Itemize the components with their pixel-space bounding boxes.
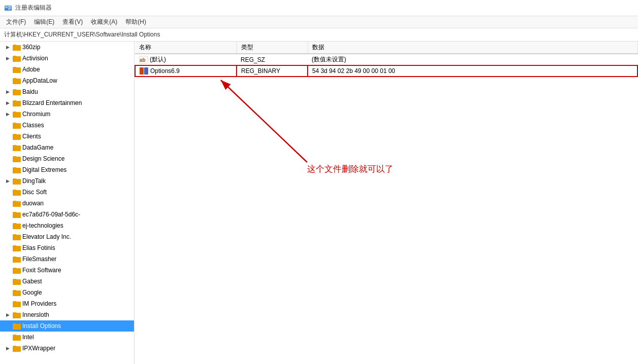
tree-item-installoptions[interactable]: Install Options — [0, 320, 134, 332]
menu-bar: 文件(F) 编辑(E) 查看(V) 收藏夹(A) 帮助(H) — [0, 16, 638, 28]
registry-table: 名称 类型 数据 ab (默认)REG_SZ(数值未设置) Options6.9… — [135, 42, 638, 77]
tree-item-innersloth[interactable]: ▶Innersloth — [0, 309, 134, 320]
tree-item-filesmasher[interactable]: FileSmasher — [0, 253, 134, 265]
tree-label-appdatalow: AppDataLow — [22, 77, 57, 84]
tree-item-ipxwrapper[interactable]: ▶IPXWrapper — [0, 343, 134, 354]
reg-data-default: (数值未设置) — [308, 54, 637, 65]
menu-help[interactable]: 帮助(H) — [121, 17, 150, 27]
col-header-type[interactable]: 类型 — [237, 42, 308, 54]
tree-toggle-activision[interactable]: ▶ — [4, 55, 11, 62]
reg-type-options69: REG_BINARY — [237, 65, 308, 77]
folder-icon-foxit — [13, 267, 21, 274]
tree-toggle-chromium[interactable]: ▶ — [4, 111, 11, 118]
tree-label-foxit: Foxit Software — [22, 267, 61, 274]
tree-item-digitalextremes[interactable]: Digital Extremes — [0, 164, 134, 175]
tree-item-gabest[interactable]: Gabest — [0, 276, 134, 287]
tree-label-blizzard: Blizzard Entertainmen — [22, 99, 82, 106]
tree-label-classes: Classes — [22, 122, 44, 129]
tree-item-improviders[interactable]: IM Providers — [0, 298, 134, 309]
window-title: 注册表编辑器 — [15, 4, 52, 12]
main-content: ▶360zip▶ActivisionAdobeAppDataLow▶Baidu▶… — [0, 42, 638, 364]
tree-toggle-dingtalk[interactable]: ▶ — [4, 177, 11, 185]
folder-icon-chromium — [13, 111, 21, 118]
reg-name-default: ab (默认) — [135, 54, 237, 65]
svg-rect-1 — [5, 6, 8, 8]
folder-icon-designscience — [13, 155, 21, 162]
folder-icon-clients — [13, 133, 21, 140]
folder-icon-baidu — [13, 88, 21, 95]
tree-label-designscience: Design Science — [22, 155, 64, 162]
tree-toggle-baidu[interactable]: ▶ — [4, 88, 11, 95]
annotation-overlay: 这个文件删除就可以了 — [135, 42, 638, 364]
reg-icon-default: ab — [139, 56, 150, 64]
tree-item-foxit[interactable]: Foxit Software — [0, 265, 134, 276]
tree-label-elias: Elias Fotinis — [22, 244, 55, 251]
reg-name-options69: Options6.9 — [135, 65, 237, 77]
tree-item-elevator[interactable]: Elevator Lady Inc. — [0, 231, 134, 242]
menu-view[interactable]: 查看(V) — [58, 17, 87, 27]
tree-label-elevator: Elevator Lady Inc. — [22, 233, 71, 240]
folder-icon-classes — [13, 122, 21, 129]
tree-label-chromium: Chromium — [22, 111, 50, 118]
tree-toggle-blizzard[interactable]: ▶ — [4, 99, 11, 106]
folder-icon-digitalextremes — [13, 166, 21, 173]
folder-icon-ipxwrapper — [13, 345, 21, 352]
menu-file[interactable]: 文件(F) — [2, 17, 30, 27]
col-header-data[interactable]: 数据 — [308, 42, 637, 54]
svg-text:ab: ab — [140, 57, 146, 63]
folder-icon-installoptions — [13, 322, 21, 330]
tree-label-dingtalk: DingTalk — [22, 177, 46, 185]
tree-item-google[interactable]: Google — [0, 287, 134, 298]
tree-item-chromium[interactable]: ▶Chromium — [0, 108, 134, 120]
tree-toggle-360zip[interactable]: ▶ — [4, 44, 11, 51]
tree-item-360zip[interactable]: ▶360zip — [0, 42, 134, 53]
svg-rect-2 — [8, 6, 11, 7]
folder-icon-activision — [13, 55, 21, 62]
title-bar: 注册表编辑器 — [0, 0, 638, 16]
menu-favorites[interactable]: 收藏夹(A) — [87, 17, 121, 27]
tree-item-ec7a[interactable]: ec7a6d76-09af-5d6c- — [0, 209, 134, 220]
tree-item-baidu[interactable]: ▶Baidu — [0, 86, 134, 97]
folder-icon-adobe — [13, 66, 21, 73]
tree-toggle-ipxwrapper[interactable]: ▶ — [4, 345, 11, 352]
tree-label-baidu: Baidu — [22, 88, 38, 95]
col-header-name[interactable]: 名称 — [135, 42, 237, 54]
folder-icon-ec7a — [13, 211, 21, 218]
folder-icon-dingtalk — [13, 177, 21, 185]
tree-label-intel: Intel — [22, 334, 34, 341]
tree-label-installoptions: Install Options — [22, 322, 61, 330]
tree-toggle-innersloth[interactable]: ▶ — [4, 311, 11, 318]
tree-item-discsoft[interactable]: Disc Soft — [0, 187, 134, 198]
tree-item-appdatalow[interactable]: AppDataLow — [0, 75, 134, 86]
tree-item-elias[interactable]: Elias Fotinis — [0, 242, 134, 253]
menu-edit[interactable]: 编辑(E) — [30, 17, 58, 27]
folder-icon-blizzard — [13, 99, 21, 106]
tree-item-duowan[interactable]: duowan — [0, 198, 134, 209]
tree-label-filesmasher: FileSmasher — [22, 256, 56, 263]
folder-icon-appdatalow — [13, 77, 21, 84]
tree-label-innersloth: Innersloth — [22, 311, 49, 318]
reg-row-options69[interactable]: Options6.9REG_BINARY54 3d 94 02 2b 49 00… — [135, 65, 637, 77]
tree-label-ec7a: ec7a6d76-09af-5d6c- — [22, 211, 80, 218]
address-path: 计算机\HKEY_CURRENT_USER\Software\Install O… — [4, 30, 160, 39]
tree-label-activision: Activision — [22, 55, 48, 62]
reg-icon-options69 — [140, 67, 150, 75]
tree-label-dadagame: DadaGame — [22, 144, 53, 151]
folder-icon-discsoft — [13, 189, 21, 196]
tree-item-ej-tech[interactable]: ej-technologies — [0, 220, 134, 231]
tree-item-classes[interactable]: Classes — [0, 120, 134, 131]
tree-item-dingtalk[interactable]: ▶DingTalk — [0, 175, 134, 187]
tree-panel[interactable]: ▶360zip▶ActivisionAdobeAppDataLow▶Baidu▶… — [0, 42, 135, 364]
tree-label-ipxwrapper: IPXWrapper — [22, 345, 55, 352]
folder-icon-gabest — [13, 278, 21, 285]
folder-icon-intel — [13, 334, 21, 341]
tree-item-designscience[interactable]: Design Science — [0, 153, 134, 164]
reg-row-default[interactable]: ab (默认)REG_SZ(数值未设置) — [135, 54, 637, 65]
tree-item-activision[interactable]: ▶Activision — [0, 53, 134, 64]
tree-item-blizzard[interactable]: ▶Blizzard Entertainmen — [0, 97, 134, 108]
tree-item-adobe[interactable]: Adobe — [0, 64, 134, 75]
annotation-text: 这个文件删除就可以了 — [307, 163, 393, 175]
tree-item-intel[interactable]: Intel — [0, 332, 134, 343]
tree-item-dadagame[interactable]: DadaGame — [0, 142, 134, 153]
tree-item-clients[interactable]: Clients — [0, 131, 134, 142]
